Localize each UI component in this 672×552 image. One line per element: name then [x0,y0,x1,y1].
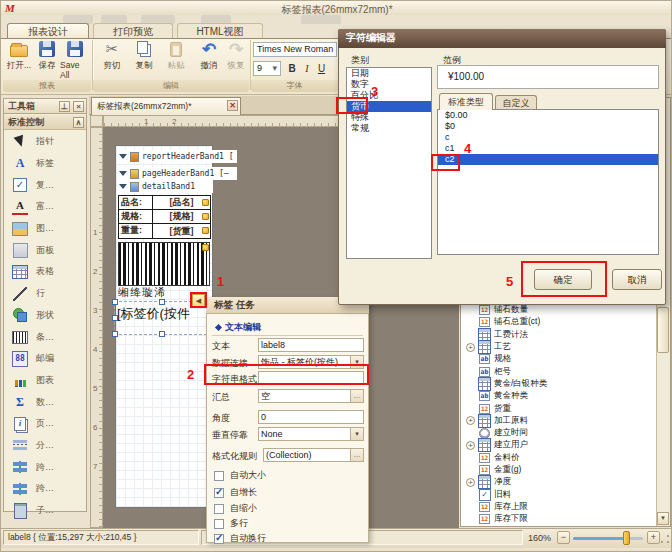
multiline-checkbox[interactable]: 多行 [214,517,248,530]
toolbox-item-crossband2[interactable]: 跨… [4,478,86,500]
tab-standard-types[interactable]: 标准类型 [439,93,493,110]
tree-item[interactable]: 规格 [462,353,656,365]
data-tag-icon[interactable] [202,213,209,220]
category-item[interactable]: 日期 [347,68,431,79]
cancel-button[interactable]: 取消 [612,269,662,290]
font-name-combo[interactable]: Times New Roman [253,42,337,57]
tree-item[interactable]: 辅石总重(ct) [462,316,656,328]
tree-item[interactable]: 金料价 [462,452,656,464]
expander-icon[interactable]: + [466,441,475,450]
toolbox-item-subreport[interactable]: 子… [4,500,86,522]
band-collapse-icon[interactable] [119,171,127,176]
barcode-element[interactable] [118,242,210,286]
tree-item[interactable]: 库存下限 [462,513,656,525]
selection-handle[interactable] [112,315,118,321]
auto-grow-checkbox[interactable]: 自增长 [214,486,257,499]
toolbox-section-header[interactable]: 标准控制 ∧ [4,115,86,130]
toolbox-item-data[interactable]: Σ数… [4,391,86,413]
tab-html-view[interactable]: HTML视图 [177,23,263,38]
tree-item[interactable]: 工费计法 [462,329,656,341]
data-tag-icon[interactable] [202,199,209,206]
chevron-down-icon[interactable]: ▾ [350,428,363,440]
underline-button[interactable]: U [315,61,328,77]
data-tag-icon[interactable] [202,227,209,234]
tree-item[interactable]: +工艺 [462,341,656,353]
italic-button[interactable]: I [301,61,313,77]
band-collapse-icon[interactable] [119,184,127,189]
toolbox-item-richtext[interactable]: A富… [4,196,86,218]
format-item[interactable]: $0.00 [438,110,658,121]
summary-field[interactable]: 空… [258,389,364,403]
toolbox-item-line[interactable]: 行 [4,283,86,305]
checkbox-icon[interactable] [214,534,224,544]
text-input[interactable]: label8 [258,338,364,352]
tab-custom[interactable]: 自定义 [495,95,537,110]
table-row[interactable]: 品名: [品名] [119,196,210,210]
tree-item[interactable]: 辅石数量 [462,304,656,316]
band-collapse-icon[interactable] [119,154,127,159]
zoom-slider-thumb[interactable] [623,531,630,545]
vertical-anchor-dropdown[interactable]: None▾ [258,427,364,441]
ellipsis-icon[interactable]: … [350,390,363,402]
toolbox-item-chart[interactable]: 图表 [4,370,86,392]
toolbox-item-label[interactable]: A标签 [4,153,86,175]
copy-button[interactable]: 复制 [129,40,159,72]
toolbox-item-zipcode[interactable]: 88邮编 [4,348,86,370]
tree-item[interactable]: 建立时间 [462,427,656,439]
zoom-out-button[interactable]: − [557,531,570,544]
auto-size-checkbox[interactable]: 自动大小 [214,469,266,482]
table-row[interactable]: 规格: [规格] [119,210,210,224]
word-wrap-checkbox[interactable]: 自动换行 [214,532,266,545]
tree-item[interactable]: +加工原料 [462,415,656,427]
data-tag-icon[interactable] [202,244,209,251]
zoom-slider-track[interactable] [573,537,643,540]
tree-item[interactable]: 金重(g) [462,464,656,476]
cut-button[interactable]: ✂ 剪切 [97,40,127,72]
detail-band[interactable]: detailBand1 [117,180,213,193]
format-rules-field[interactable]: (Collection)… [263,448,364,462]
document-tab-close-icon[interactable]: ✕ [227,100,238,111]
save-button[interactable]: 保存 [35,40,59,72]
format-item[interactable]: $0 [438,121,658,132]
checkbox-icon[interactable] [214,504,224,514]
toolbox-item-picture[interactable]: 图… [4,218,86,240]
selection-handle[interactable] [112,299,118,305]
angle-input[interactable]: 0 [258,410,364,424]
expander-icon[interactable]: + [466,478,475,487]
selection-handle[interactable] [159,299,165,305]
text-edit-link[interactable]: 文本编辑 [216,321,261,334]
tree-item[interactable]: 黄金/白银种类 [462,378,656,390]
paste-button[interactable]: 粘贴 [161,40,191,72]
toolbox-item-shape[interactable]: 形状 [4,305,86,327]
report-header-band[interactable]: reportHeaderBand1 [ [117,150,237,163]
auto-shrink-checkbox[interactable]: 自缩小 [214,502,257,515]
toolbox-item-table[interactable]: 表格 [4,261,86,283]
tab-print-preview[interactable]: 打印预览 [93,23,173,38]
tree-item[interactable]: 柜号 [462,365,656,377]
selection-handle[interactable] [112,331,118,337]
scroll-down-icon[interactable]: ▼ [657,512,669,525]
toolbox-item-crossband[interactable]: 跨… [4,456,86,478]
resize-grip[interactable] [659,533,671,545]
open-button[interactable]: 打开... [5,40,33,72]
checkbox-icon[interactable] [214,519,224,529]
category-item[interactable]: 数字 [347,79,431,90]
tab-report-design[interactable]: 报表设计 [7,23,89,38]
expander-icon[interactable]: + [466,343,475,352]
toolbox-item-panel[interactable]: 面板 [4,239,86,261]
tree-item[interactable]: 旧料 [462,488,656,500]
toolbox-item-pagebreak[interactable]: 分… [4,435,86,457]
redo-button[interactable]: ↷ 恢复 [223,40,249,72]
toolbox-item-pageinfo[interactable]: 页… [4,413,86,435]
expander-icon[interactable]: + [466,416,475,425]
checkbox-icon[interactable] [214,471,224,481]
table-row[interactable]: 重量: [货重] [119,224,210,238]
tree-item[interactable]: 库存上限 [462,501,656,513]
category-list[interactable]: 日期 数字 百分比 货币 特殊 常规 [346,67,432,259]
tree-item[interactable]: 黄金种类 [462,390,656,402]
tree-item[interactable]: +建立用户 [462,439,656,451]
format-list[interactable]: $0.00 $0 c c1 c2 [437,109,659,255]
tree-item[interactable]: +净度 [462,476,656,488]
toolbox-item-checkbox[interactable]: 复… [4,174,86,196]
font-size-combo[interactable]: ▾9 [253,61,281,76]
